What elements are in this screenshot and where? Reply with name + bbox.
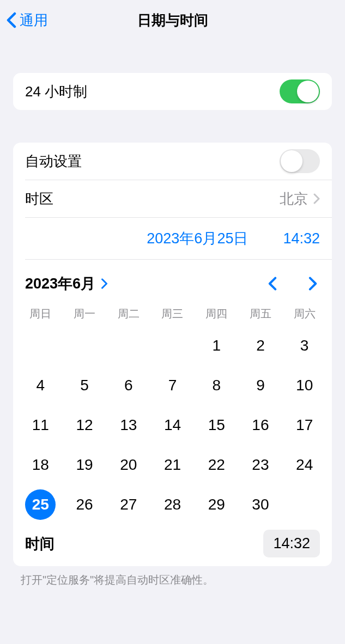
weekday-label: 周三 <box>150 306 195 321</box>
day-cell: 13 <box>106 405 150 445</box>
day-cell: 7 <box>150 365 195 405</box>
timezone-value: 北京 <box>280 189 308 208</box>
chevron-right-icon <box>101 278 108 289</box>
day-button[interactable]: 24 <box>289 450 320 480</box>
twenty-four-hour-row: 24 小时制 <box>13 73 332 110</box>
calendar-month-label: 2023年6月 <box>25 274 95 293</box>
day-button[interactable]: 16 <box>245 410 276 440</box>
chevron-right-icon <box>308 277 317 291</box>
day-button[interactable]: 29 <box>201 489 232 520</box>
date-display[interactable]: 2023年6月25日 <box>147 229 248 248</box>
day-cell: 29 <box>195 484 239 524</box>
day-button[interactable]: 4 <box>25 370 56 401</box>
chevron-right-icon <box>313 193 320 204</box>
page-title: 日期与时间 <box>0 11 345 30</box>
day-cell: 22 <box>195 445 239 484</box>
auto-set-toggle[interactable] <box>280 149 320 173</box>
day-cell: 6 <box>106 365 150 405</box>
twenty-four-hour-toggle[interactable] <box>280 79 320 103</box>
day-button[interactable]: 14 <box>157 410 187 440</box>
day-cell: 19 <box>63 445 107 484</box>
day-cell: 18 <box>19 445 63 484</box>
day-button[interactable]: 10 <box>289 370 320 401</box>
datetime-display-row: 2023年6月25日 14:32 <box>13 218 332 259</box>
back-label: 通用 <box>20 11 48 30</box>
day-button[interactable]: 22 <box>201 450 232 480</box>
day-button[interactable]: 20 <box>113 450 144 480</box>
day-cell: 11 <box>19 405 63 445</box>
day-cell-empty <box>150 326 195 365</box>
day-cell: 4 <box>19 365 63 405</box>
day-cell: 28 <box>150 484 195 524</box>
weekday-label: 周日 <box>19 306 63 321</box>
day-cell: 8 <box>195 365 239 405</box>
weekday-label: 周四 <box>195 306 239 321</box>
day-button[interactable]: 1 <box>201 330 232 361</box>
weekday-label: 周五 <box>239 306 283 321</box>
auto-set-label: 自动设置 <box>25 152 280 171</box>
day-cell: 1 <box>195 326 239 365</box>
timezone-label: 时区 <box>25 189 280 208</box>
day-cell: 30 <box>239 484 283 524</box>
day-cell-empty <box>19 326 63 365</box>
time-label: 时间 <box>25 534 263 554</box>
day-cell: 23 <box>239 445 283 484</box>
day-cell: 15 <box>195 405 239 445</box>
day-cell-empty <box>63 326 107 365</box>
day-cell: 12 <box>63 405 107 445</box>
day-cell-empty <box>106 326 150 365</box>
day-button[interactable]: 11 <box>25 410 56 440</box>
day-button[interactable]: 6 <box>113 370 144 401</box>
day-button[interactable]: 18 <box>25 450 56 480</box>
day-button[interactable]: 28 <box>157 489 187 520</box>
calendar-prev-button[interactable] <box>264 275 281 292</box>
day-button[interactable]: 23 <box>245 450 276 480</box>
day-cell: 10 <box>282 365 326 405</box>
weekday-label: 周二 <box>106 306 150 321</box>
timezone-row[interactable]: 时区 北京 <box>13 180 332 217</box>
day-button[interactable]: 26 <box>69 489 100 520</box>
day-cell: 21 <box>150 445 195 484</box>
day-button[interactable]: 8 <box>201 370 232 401</box>
day-cell: 3 <box>282 326 326 365</box>
chevron-left-icon <box>268 277 277 291</box>
day-button[interactable]: 25 <box>25 489 56 520</box>
day-cell: 9 <box>239 365 283 405</box>
chevron-left-icon <box>7 12 16 28</box>
day-button[interactable]: 2 <box>245 330 276 361</box>
weekday-label: 周六 <box>282 306 326 321</box>
day-button[interactable]: 13 <box>113 410 144 440</box>
day-cell: 14 <box>150 405 195 445</box>
twenty-four-hour-label: 24 小时制 <box>25 82 280 101</box>
day-button[interactable]: 27 <box>113 489 144 520</box>
calendar-grid: 1234567891011121314151617181920212223242… <box>13 326 332 526</box>
day-cell: 24 <box>282 445 326 484</box>
day-button[interactable]: 15 <box>201 410 232 440</box>
time-picker-button[interactable]: 14:32 <box>263 530 320 557</box>
time-display[interactable]: 14:32 <box>283 230 320 247</box>
day-cell: 5 <box>63 365 107 405</box>
day-button[interactable]: 3 <box>289 330 320 361</box>
auto-set-row: 自动设置 <box>13 143 332 180</box>
day-cell: 20 <box>106 445 150 484</box>
calendar-next-button[interactable] <box>305 275 321 292</box>
weekday-header: 周日周一周二周三周四周五周六 <box>13 299 332 326</box>
weekday-label: 周一 <box>63 306 107 321</box>
day-cell: 16 <box>239 405 283 445</box>
day-cell: 17 <box>282 405 326 445</box>
day-button[interactable]: 9 <box>245 370 276 401</box>
day-button[interactable]: 30 <box>245 489 276 520</box>
day-button[interactable]: 7 <box>157 370 187 401</box>
day-cell: 25 <box>19 484 63 524</box>
day-button[interactable]: 12 <box>69 410 100 440</box>
day-button[interactable]: 21 <box>157 450 187 480</box>
day-cell: 26 <box>63 484 107 524</box>
footer-note: 打开"定位服务"将提高自动时区准确性。 <box>21 573 324 587</box>
day-cell: 2 <box>239 326 283 365</box>
day-button[interactable]: 5 <box>69 370 100 401</box>
day-cell: 27 <box>106 484 150 524</box>
day-button[interactable]: 17 <box>289 410 320 440</box>
calendar-month-button[interactable]: 2023年6月 <box>25 274 108 293</box>
back-button[interactable]: 通用 <box>0 11 48 30</box>
day-button[interactable]: 19 <box>69 450 100 480</box>
